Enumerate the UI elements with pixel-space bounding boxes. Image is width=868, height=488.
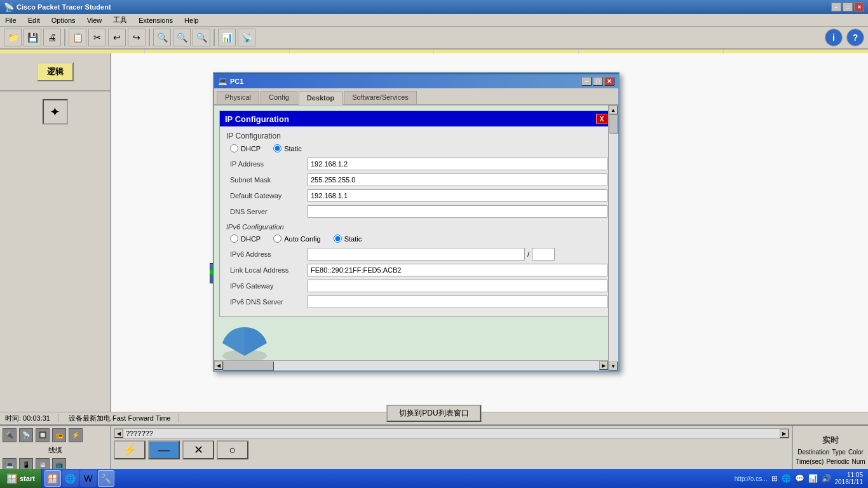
toolbar-undo[interactable]: ↩ — [108, 29, 126, 46]
ipv6-radio-row: DHCP Auto Config Static — [225, 234, 607, 243]
taskbar-pinned-icons: 🪟 🌐 W 🔧 — [44, 470, 114, 487]
taskbar-icon-1[interactable]: 🪟 — [44, 470, 61, 487]
scroll-up[interactable]: ▲ — [609, 105, 618, 114]
ipv6-dhcp-radio-group: DHCP — [230, 234, 261, 243]
tab-config[interactable]: Config — [261, 91, 297, 104]
start-label: start — [20, 475, 35, 482]
tab-software[interactable]: Software/Services — [344, 91, 417, 104]
toolbar: 📁 💾 🖨 📋 ✂ ↩ ↪ 🔍 🔍 🔍 📊 📡 i ? — [0, 27, 868, 50]
dialog-title: PC1 — [230, 78, 243, 85]
help-button[interactable]: ? — [846, 29, 864, 46]
taskbar-sys-5: 🔊 — [822, 474, 831, 483]
dns-input[interactable] — [308, 205, 607, 218]
toolbar-redo[interactable]: ↪ — [128, 29, 146, 46]
taskbar-icon-3[interactable]: W — [80, 470, 97, 487]
cable-straight[interactable]: — — [148, 440, 180, 459]
toolbar-zoom-fit[interactable]: 🔍 — [193, 29, 210, 46]
ipv6-prefix-input[interactable] — [532, 248, 555, 261]
info-button[interactable]: i — [825, 29, 843, 46]
cable-fiber[interactable]: ○ — [217, 440, 248, 459]
toolbar-print[interactable]: 🖨 — [43, 29, 61, 46]
tab-desktop[interactable]: Desktop — [299, 92, 342, 105]
dialog-hscrollbar[interactable]: ◀ ▶ — [214, 360, 608, 370]
menu-options[interactable]: Options — [49, 16, 78, 25]
time-display: 11:05 — [835, 471, 864, 478]
ipv6-auto-radio[interactable] — [273, 234, 281, 243]
hscroll-thumb[interactable] — [223, 362, 274, 370]
maximize-button[interactable]: □ — [843, 3, 853, 11]
ipv6-dns-input[interactable] — [308, 295, 607, 308]
cable-cross[interactable]: ✕ — [182, 440, 214, 459]
toolbar-cut[interactable]: ✂ — [88, 29, 106, 46]
device-icons-row1: 🔌 📡 🔲 📻 ⚡ — [3, 428, 107, 442]
ip-config-close[interactable]: X — [596, 114, 607, 124]
minimize-button[interactable]: − — [831, 3, 841, 11]
dialog-maximize[interactable]: □ — [593, 77, 603, 86]
scroll-down[interactable]: ▼ — [609, 362, 618, 370]
menu-file[interactable]: File — [3, 16, 19, 25]
toolbar-sep3 — [214, 29, 215, 46]
dialog-minimize[interactable]: − — [581, 77, 592, 86]
dialog-title-controls: − □ ✕ — [581, 77, 614, 86]
link-local-input[interactable] — [308, 264, 607, 276]
canvas-area: 💻 PC-PT PC1 💻 PC1 − □ ✕ Physical Config … — [111, 53, 868, 424]
toolbar-save[interactable]: 💾 — [24, 29, 41, 46]
bottom-scroll-label: ??????? — [123, 430, 780, 437]
static-radio[interactable] — [273, 144, 281, 152]
ipv6-address-input[interactable] — [308, 248, 525, 261]
taskbar-time: 11:05 2018/1/11 — [835, 471, 864, 485]
toolbar-zoom-in[interactable]: 🔍 — [153, 29, 171, 46]
taskbar-url: http://o.cs... — [735, 475, 768, 482]
bottom-main: 🔌 📡 🔲 📻 ⚡ 线缆 💻 📱 🖥 📺 ◀ ??????? ▶ — [0, 426, 868, 474]
ipv6-gateway-input[interactable] — [308, 280, 607, 292]
scroll-left[interactable]: ◀ — [214, 361, 223, 370]
dev-icon-1[interactable]: 🔌 — [3, 428, 17, 442]
toolbar-palette[interactable]: 📊 — [218, 29, 236, 46]
menu-view[interactable]: View — [85, 16, 105, 25]
ipv6-slash: / — [525, 250, 532, 258]
taskbar-icon-4[interactable]: 🔧 — [98, 470, 114, 487]
dialog-title-bar: 💻 PC1 − □ ✕ — [214, 74, 618, 88]
ip-config-body: IP Configuration DHCP Static — [220, 126, 613, 316]
dialog-close[interactable]: ✕ — [604, 77, 614, 86]
left-panel: 逻辑 ✦ — [0, 53, 111, 424]
ipv6-section-header: IPv6 Configuration — [226, 223, 607, 231]
taskbar-sys-2: 🌐 — [782, 474, 791, 483]
ipv6-dhcp-label: DHCP — [241, 235, 261, 243]
bscroll-left[interactable]: ◀ — [114, 429, 123, 438]
dhcp-radio[interactable] — [230, 144, 238, 152]
toolbar-zoom-out[interactable]: 🔍 — [173, 29, 191, 46]
tab-physical[interactable]: Physical — [217, 91, 259, 104]
ipv6-dhcp-radio[interactable] — [230, 234, 238, 243]
logic-button[interactable]: 逻辑 — [37, 62, 74, 81]
subnet-mask-input[interactable] — [308, 173, 607, 186]
scroll-right[interactable]: ▶ — [599, 361, 608, 370]
realtime-label: 实时 — [822, 435, 839, 446]
menu-help[interactable]: Help — [182, 16, 201, 25]
menu-tools[interactable]: 工具 — [111, 15, 130, 25]
ipv6-static-radio[interactable] — [334, 234, 342, 243]
taskbar-sys-4: 📊 — [808, 474, 818, 483]
scroll-thumb[interactable] — [609, 114, 618, 133]
taskbar-icon-2[interactable]: 🌐 — [62, 470, 79, 487]
gateway-input[interactable] — [308, 189, 607, 202]
pc1-dialog: 💻 PC1 − □ ✕ Physical Config Desktop Soft… — [213, 72, 620, 372]
left-panel-top: 逻辑 — [0, 53, 110, 92]
toolbar-network[interactable]: 📡 — [238, 29, 255, 46]
menu-extensions[interactable]: Extensions — [136, 16, 175, 25]
menu-edit[interactable]: Edit — [25, 16, 43, 25]
dev-icon-4[interactable]: 📻 — [52, 428, 66, 442]
close-button[interactable]: ✕ — [854, 3, 864, 11]
pdu-button[interactable]: 切换到PDU列表窗口 — [386, 405, 481, 422]
dev-icon-5[interactable]: ⚡ — [69, 428, 83, 442]
bottom-hscroll[interactable]: ◀ ??????? ▶ — [114, 428, 789, 438]
cable-auto[interactable]: ⚡ — [114, 440, 146, 459]
bscroll-right[interactable]: ▶ — [780, 429, 789, 438]
start-button[interactable]: 🪟 start — [0, 469, 42, 488]
dialog-vscrollbar[interactable]: ▲ ▼ — [608, 105, 618, 370]
ip-address-input[interactable] — [308, 158, 607, 170]
toolbar-new[interactable]: 📁 — [4, 29, 22, 46]
dev-icon-3[interactable]: 🔲 — [36, 428, 50, 442]
dev-icon-2[interactable]: 📡 — [19, 428, 33, 442]
toolbar-copy[interactable]: 📋 — [69, 29, 86, 46]
